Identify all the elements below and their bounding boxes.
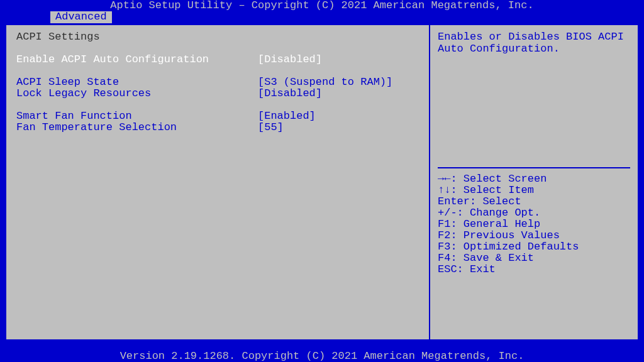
section-heading: ACPI Settings <box>16 31 419 43</box>
hotkey-f4: F4: Save & Exit <box>438 253 630 264</box>
item-lock-legacy-resources[interactable]: Lock Legacy Resources [Disabled] <box>16 89 419 100</box>
item-value: [55] <box>258 122 419 134</box>
help-text: Enables or Disables BIOS ACPI Auto Confi… <box>438 31 630 165</box>
row-gap <box>16 100 419 111</box>
tab-advanced[interactable]: Advanced <box>50 11 112 23</box>
hotkeys: →←: Select Screen ↑↓: Select Item Enter:… <box>438 173 630 275</box>
help-line: Auto Configuration. <box>438 43 630 55</box>
item-label: Smart Fan Function <box>16 111 258 123</box>
hotkey-enter: Enter: Select <box>438 196 630 207</box>
item-label: Fan Temperature Selection <box>16 122 258 134</box>
item-value: [S3 (Suspend to RAM)] <box>258 77 419 89</box>
item-label: ACPI Sleep State <box>16 77 258 89</box>
panel-divider <box>438 167 630 168</box>
item-acpi-sleep-state[interactable]: ACPI Sleep State [S3 (Suspend to RAM)] <box>16 77 419 89</box>
header-title: Aptio Setup Utility – Copyright (C) 2021… <box>110 0 533 11</box>
main-panel: ACPI Settings Enable ACPI Auto Configura… <box>5 24 430 341</box>
item-label: Enable ACPI Auto Configuration <box>16 54 258 66</box>
item-value: [Disabled] <box>258 88 419 100</box>
footer-bar: Version 2.19.1268. Copyright (C) 2021 Am… <box>0 351 644 362</box>
item-enable-acpi-auto-config[interactable]: Enable ACPI Auto Configuration [Disabled… <box>16 55 419 66</box>
hotkey-change-opt: +/-: Change Opt. <box>438 207 630 219</box>
hotkey-f3: F3: Optimized Defaults <box>438 241 630 253</box>
workarea-wrap: ACPI Settings Enable ACPI Auto Configura… <box>0 24 644 351</box>
item-value: [Enabled] <box>258 111 419 123</box>
hotkey-f1: F1: General Help <box>438 219 630 230</box>
hotkey-select-screen: →←: Select Screen <box>438 173 630 185</box>
footer-text: Version 2.19.1268. Copyright (C) 2021 Am… <box>120 350 525 362</box>
item-label: Lock Legacy Resources <box>16 88 258 100</box>
tab-bar: Advanced <box>0 11 644 24</box>
row-gap <box>16 66 419 77</box>
workarea: ACPI Settings Enable ACPI Auto Configura… <box>5 24 639 341</box>
hotkey-f2: F2: Previous Values <box>438 230 630 241</box>
hotkey-select-item: ↑↓: Select Item <box>438 185 630 196</box>
item-smart-fan-function[interactable]: Smart Fan Function [Enabled] <box>16 111 419 123</box>
item-value: [Disabled] <box>258 54 419 66</box>
bios-screen: Aptio Setup Utility – Copyright (C) 2021… <box>0 0 644 362</box>
hotkey-esc: ESC: Exit <box>438 264 630 275</box>
header-bar: Aptio Setup Utility – Copyright (C) 2021… <box>0 0 644 11</box>
item-fan-temperature-selection[interactable]: Fan Temperature Selection [55] <box>16 123 419 134</box>
side-panel: Enables or Disables BIOS ACPI Auto Confi… <box>429 24 639 341</box>
tab-advanced-label: Advanced <box>55 11 107 23</box>
help-line: Enables or Disables BIOS ACPI <box>438 31 630 43</box>
